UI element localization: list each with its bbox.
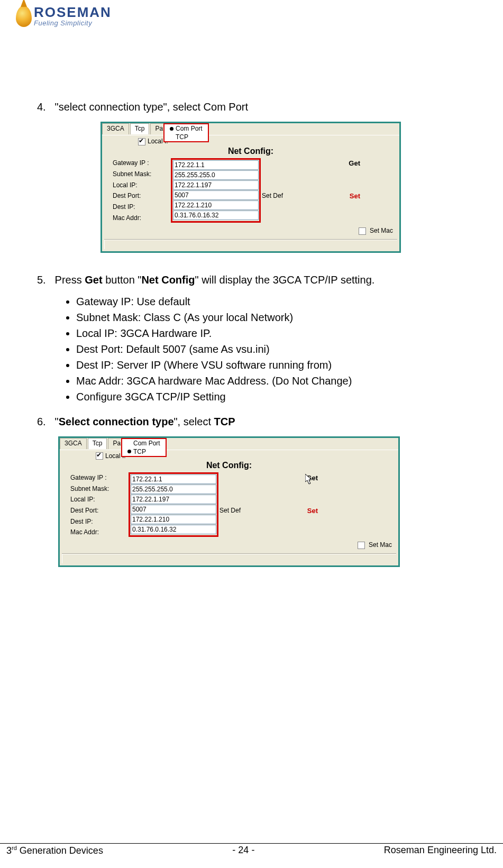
subnet-mask-field[interactable]: 255.255.255.0	[173, 170, 259, 180]
gateway-ip-field[interactable]: 172.22.1.1	[173, 160, 259, 170]
step-6-text-c: ", select	[174, 416, 214, 427]
step-6-number: 6.	[37, 416, 52, 428]
status-bar	[104, 239, 397, 249]
bullet-item: Dest IP: Server IP (Where VSU software r…	[76, 358, 477, 372]
step-5-bullets: Gateway IP: Use default Subnet Mask: Cla…	[76, 295, 477, 404]
step-5-text-b: Get	[85, 274, 102, 286]
tab-tcp[interactable]: Tcp	[88, 438, 107, 449]
company-logo: ROSEMAN Fueling Simplicity	[16, 5, 487, 27]
logo-brand: ROSEMAN	[34, 5, 112, 19]
net-config-panel-comport: 3GCA Tcp Pa Com Port TCP Local I. Net Co…	[100, 122, 401, 253]
get-button[interactable]: Get	[310, 159, 369, 167]
label-destip: Dest IP:	[113, 203, 170, 211]
dropdown-option-comport[interactable]: Com Port	[164, 124, 208, 133]
connection-type-dropdown[interactable]: Com Port TCP	[163, 123, 209, 142]
step-4-text-a: "select connection type", select	[55, 101, 204, 113]
net-config-panel-tcp: 3GCA Tcp Pa Com Port TCP Local I. Net Co…	[58, 436, 400, 568]
label-localip: Local IP:	[113, 181, 170, 189]
radio-selected-icon	[127, 450, 131, 453]
set-def-label[interactable]: Set Def	[220, 507, 267, 514]
step-4-number: 4.	[37, 101, 52, 113]
dest-port-field[interactable]: 5007	[131, 505, 216, 514]
gateway-ip-field[interactable]: 172.22.1.1	[131, 474, 216, 484]
label-mac: Mac Addr:	[113, 214, 170, 222]
label-gateway: Gateway IP :	[113, 159, 170, 167]
local-ip-field[interactable]: 172.22.1.197	[131, 495, 216, 504]
label-localip: Local IP:	[70, 496, 127, 503]
subnet-mask-field[interactable]: 255.255.255.0	[131, 485, 216, 494]
step-6-text-a: "	[55, 416, 59, 427]
footer-center: - 24 -	[232, 845, 254, 856]
dropdown-option-tcp[interactable]: TCP	[122, 447, 166, 456]
step-6-text-d: TCP	[214, 416, 235, 427]
dest-ip-field[interactable]: 172.22.1.210	[131, 515, 216, 524]
set-mac-label: Set Mac	[369, 541, 392, 549]
step-5: 5. Press Get button "Net Config" will di…	[37, 274, 477, 286]
bullet-item: Local IP: 3GCA Hardware IP.	[76, 326, 477, 341]
mac-addr-field[interactable]: 0.31.76.0.16.32	[131, 525, 216, 534]
local-checkbox[interactable]	[96, 452, 103, 460]
dropdown-option-tcp[interactable]: TCP	[164, 133, 208, 141]
footer-left: 3rd Generation Devices	[6, 845, 103, 856]
net-config-heading: Net Config:	[60, 461, 398, 470]
get-button[interactable]: Get	[268, 474, 326, 482]
set-mac-checkbox[interactable]	[358, 542, 365, 549]
set-button[interactable]: Set	[310, 192, 369, 200]
label-destport: Dest Port:	[113, 192, 170, 199]
set-mac-checkbox[interactable]	[359, 227, 366, 235]
radio-selected-icon	[170, 127, 173, 131]
step-6-text-b: Select connection type	[59, 416, 174, 427]
dropdown-option-comport[interactable]: Com Port	[122, 439, 166, 447]
net-config-heading: Net Config:	[102, 147, 399, 156]
bullet-item: Mac Addr: 3GCA hardware Mac Address. (Do…	[76, 374, 477, 388]
logo-tagline: Fueling Simplicity	[34, 19, 112, 27]
set-button[interactable]: Set	[268, 507, 326, 515]
mac-addr-field[interactable]: 0.31.76.0.16.32	[173, 211, 259, 220]
connection-type-dropdown[interactable]: Com Port TCP	[121, 438, 167, 457]
logo-drop-icon	[16, 6, 32, 27]
step-5-text-a: Press	[55, 274, 85, 286]
dest-ip-field[interactable]: 172.22.1.210	[173, 200, 259, 210]
step-4-text-b: Com Port	[204, 101, 248, 113]
step-5-text-d: Net Config	[141, 274, 195, 286]
input-group-highlight: 172.22.1.1 255.255.255.0 172.22.1.197 50…	[129, 472, 218, 537]
dest-port-field[interactable]: 5007	[173, 190, 259, 200]
label-gateway: Gateway IP :	[70, 474, 127, 481]
tab-tcp[interactable]: Tcp	[130, 123, 150, 134]
label-destport: Dest Port:	[70, 507, 127, 514]
tab-3gca[interactable]: 3GCA	[60, 438, 87, 449]
input-group-highlight: 172.22.1.1 255.255.255.0 172.22.1.197 50…	[171, 158, 261, 223]
step-5-text-e: " will display the 3GCA TCP/IP setting.	[195, 274, 375, 286]
status-bar	[62, 553, 396, 563]
local-checkbox[interactable]	[138, 138, 145, 145]
step-5-number: 5.	[37, 274, 52, 286]
bullet-item: Dest Port: Default 5007 (same As vsu.ini…	[76, 342, 477, 357]
set-def-label[interactable]: Set Def	[262, 192, 309, 199]
label-mac: Mac Addr:	[70, 528, 127, 536]
radio-icon	[127, 441, 131, 445]
radio-icon	[170, 135, 173, 139]
set-mac-label: Set Mac	[370, 227, 393, 234]
step-4: 4. "select connection type", select Com …	[37, 101, 477, 113]
tab-3gca[interactable]: 3GCA	[102, 123, 129, 134]
bullet-item: Configure 3GCA TCP/IP Setting	[76, 390, 477, 404]
step-6: 6. "Select connection type", select TCP	[37, 416, 477, 428]
page-footer: 3rd Generation Devices - 24 - Roseman En…	[0, 843, 503, 856]
tab-bar: 3GCA Tcp Pa Com Port TCP	[60, 438, 398, 450]
step-5-text-c: button "	[103, 274, 142, 286]
local-ip-field[interactable]: 172.22.1.197	[173, 180, 259, 190]
label-subnet: Subnet Mask:	[113, 170, 170, 178]
label-destip: Dest IP:	[70, 518, 127, 525]
tab-bar: 3GCA Tcp Pa Com Port TCP	[102, 123, 399, 135]
label-subnet: Subnet Mask:	[70, 485, 127, 492]
bullet-item: Subnet Mask: Class C (As your local Netw…	[76, 310, 477, 325]
bullet-item: Gateway IP: Use default	[76, 295, 477, 309]
footer-right: Roseman Engineering Ltd.	[384, 845, 497, 856]
